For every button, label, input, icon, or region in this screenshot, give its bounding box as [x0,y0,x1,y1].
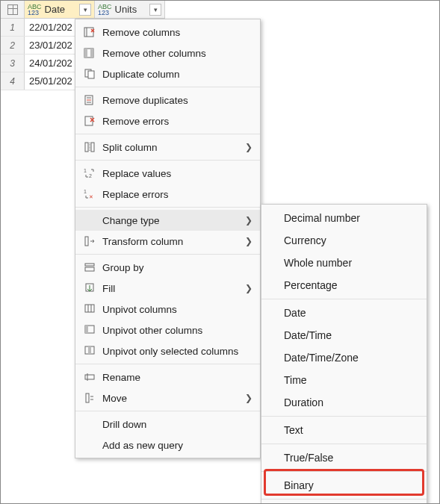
svg-rect-17 [91,143,94,152]
duplicate-column-icon [81,68,98,80]
menu-split-column[interactable]: Split column ❯ [75,137,260,158]
menu-unpivot-only-selected-columns[interactable]: Unpivot only selected columns [75,340,260,361]
context-menu: Remove columns Remove other columns Dupl… [75,19,261,458]
remove-errors-icon [81,115,98,127]
table-header-row: ABC123 Date ▾ ABC123 Units ▾ [1,1,165,19]
submenu-currency[interactable]: Currency [261,229,427,252]
unpivot-columns-icon [81,303,98,315]
menu-transform-column[interactable]: Transform column ❯ [75,231,260,252]
chevron-right-icon: ❯ [245,215,252,225]
menu-unpivot-other-columns[interactable]: Unpivot other columns [75,320,260,340]
chevron-right-icon: ❯ [245,283,252,293]
menu-change-type[interactable]: Change type ❯ [75,210,260,231]
svg-rect-31 [85,326,88,333]
submenu-binary[interactable]: Binary [261,474,427,497]
chevron-right-icon: ❯ [245,236,252,246]
menu-duplicate-column[interactable]: Duplicate column [75,63,260,84]
menu-separator [75,87,260,87]
menu-separator [261,416,427,417]
row-number: 3 [1,55,25,72]
svg-text:1: 1 [84,189,87,194]
svg-rect-25 [85,267,94,271]
submenu-percentage[interactable]: Percentage [261,274,427,296]
column-label: Units [115,4,146,15]
svg-rect-33 [88,346,91,354]
menu-unpivot-columns[interactable]: Unpivot columns [75,299,260,320]
menu-drill-down[interactable]: Drill down [75,414,260,435]
menu-fill[interactable]: Fill ❯ [75,278,260,299]
row-number: 1 [1,19,25,36]
menu-separator [261,299,427,299]
column-filter-button[interactable]: ▾ [79,4,91,16]
menu-separator [75,134,260,134]
remove-other-columns-icon [81,47,98,59]
submenu-date[interactable]: Date [261,302,427,324]
svg-rect-6 [90,49,93,57]
submenu-true-false[interactable]: True/False [261,447,427,469]
menu-group-by[interactable]: Group by [75,257,260,278]
menu-rename[interactable]: Rename [75,367,260,388]
chevron-right-icon: ❯ [245,142,252,152]
menu-move[interactable]: Move ❯ [75,388,260,408]
table-corner-cell[interactable] [1,1,25,18]
split-column-icon [81,141,98,153]
replace-errors-icon: 1✕ [81,188,98,200]
menu-replace-errors[interactable]: 1✕ Replace errors [75,184,260,205]
svg-rect-34 [85,375,94,379]
change-type-submenu: Decimal number Currency Whole number Per… [261,204,427,504]
svg-rect-23 [85,237,88,246]
remove-columns-icon [81,26,98,38]
submenu-text[interactable]: Text [261,419,427,441]
group-by-icon [81,261,98,273]
column-header-units[interactable]: ABC123 Units ▾ [95,1,165,18]
menu-remove-other-columns[interactable]: Remove other columns [75,43,260,63]
menu-separator [261,444,427,444]
datatype-icon: ABC123 [98,4,112,16]
fill-icon [81,282,98,294]
menu-separator [75,207,260,208]
menu-remove-duplicates[interactable]: Remove duplicates [75,90,260,111]
menu-separator [75,364,260,364]
submenu-date-time[interactable]: Date/Time [261,324,427,346]
svg-rect-16 [85,143,88,152]
remove-duplicates-icon [81,94,98,106]
submenu-time[interactable]: Time [261,369,427,391]
menu-add-as-new-query[interactable]: Add as new query [75,435,260,455]
svg-text:2: 2 [89,173,92,178]
svg-text:✕: ✕ [89,194,93,199]
svg-rect-8 [88,71,94,78]
submenu-decimal-number[interactable]: Decimal number [261,207,427,229]
submenu-duration[interactable]: Duration [261,391,427,414]
rename-icon [81,371,98,383]
replace-values-icon: 12 [81,167,98,179]
menu-separator [75,254,260,255]
menu-replace-values[interactable]: 12 Replace values [75,163,260,184]
column-filter-button[interactable]: ▾ [149,4,161,16]
chevron-right-icon: ❯ [245,393,252,403]
transform-column-icon [81,235,98,247]
menu-separator [75,411,260,411]
submenu-whole-number[interactable]: Whole number [261,252,427,274]
unpivot-selected-icon [81,345,98,357]
svg-rect-5 [84,49,87,57]
svg-rect-24 [85,264,94,266]
table-icon [7,4,18,15]
column-label: Date [45,4,76,15]
unpivot-other-columns-icon [81,324,98,336]
menu-separator [261,471,427,472]
move-icon [81,392,98,404]
row-number: 2 [1,37,25,54]
column-header-date[interactable]: ABC123 Date ▾ [25,1,95,18]
menu-remove-columns[interactable]: Remove columns [75,22,260,43]
svg-rect-36 [86,393,89,402]
menu-separator [75,160,260,161]
row-number: 4 [1,72,25,90]
svg-rect-0 [84,28,93,37]
menu-separator [261,499,427,500]
menu-remove-errors[interactable]: Remove errors [75,111,260,131]
svg-rect-27 [85,305,94,312]
submenu-date-time-zone[interactable]: Date/Time/Zone [261,346,427,369]
datatype-icon: ABC123 [28,4,42,16]
svg-text:1: 1 [84,168,87,173]
